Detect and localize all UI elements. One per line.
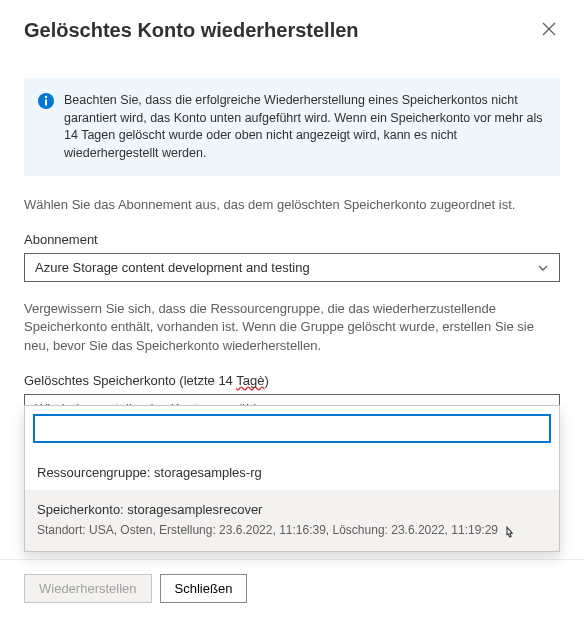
spellcheck-error: Tagè — [236, 373, 264, 388]
subscription-label: Abonnement — [24, 232, 560, 247]
dropdown-option-title: Speicherkonto: storagesamplesrecover — [37, 502, 547, 517]
dropdown-search-input[interactable] — [33, 414, 551, 443]
instruction-subscription: Wählen Sie das Abonnement aus, das dem g… — [24, 196, 560, 214]
dropdown-option[interactable]: Speicherkonto: storagesamplesrecover Sta… — [25, 490, 559, 551]
dropdown-option-meta: Standort: USA, Osten, Erstellung: 23.6.2… — [37, 523, 547, 537]
close-footer-button[interactable]: Schließen — [160, 574, 248, 603]
info-text: Beachten Sie, dass die erfolgreiche Wied… — [64, 92, 546, 162]
dialog-title: Gelöschtes Konto wiederherstellen — [24, 19, 359, 42]
svg-point-4 — [45, 96, 47, 98]
info-banner: Beachten Sie, dass die erfolgreiche Wied… — [24, 78, 560, 176]
svg-rect-3 — [45, 100, 47, 106]
chevron-down-icon — [537, 262, 549, 274]
dialog-footer: Wiederherstellen Schließen — [0, 559, 584, 617]
info-icon — [38, 93, 54, 109]
dropdown-panel: Ressourcengruppe: storagesamples-rg Spei… — [24, 405, 560, 552]
close-button[interactable] — [538, 18, 560, 42]
instruction-resourcegroup: Vergewissern Sie sich, dass die Ressourc… — [24, 300, 560, 355]
close-icon — [542, 23, 556, 39]
restore-button[interactable]: Wiederherstellen — [24, 574, 152, 603]
dropdown-group-label: Ressourcengruppe: storagesamples-rg — [25, 451, 559, 490]
subscription-value: Azure Storage content development and te… — [35, 260, 310, 275]
subscription-select[interactable]: Azure Storage content development and te… — [24, 253, 560, 282]
deleted-account-label: Gelöschtes Speicherkonto (letzte 14 Tagè… — [24, 373, 560, 388]
